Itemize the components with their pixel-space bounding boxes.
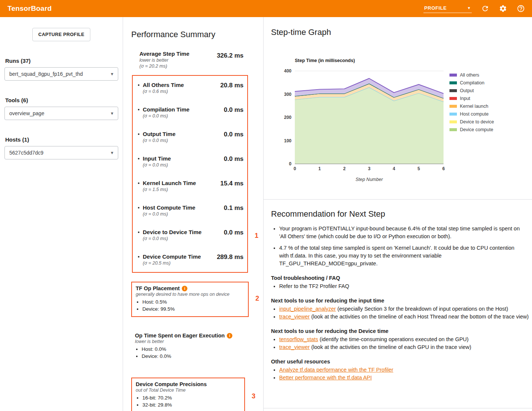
chevron-down-icon: ▼	[110, 111, 114, 116]
tools-label: Tools (6)	[5, 97, 123, 103]
rec-item: trace_viewer (look at the activities on …	[279, 343, 531, 351]
sidebar: CAPTURE PROFILE Runs (37) bert_squad_8gp…	[0, 17, 123, 411]
metric-label: Compilation Time	[143, 106, 224, 113]
eager-execution-device: Device: 0.0%	[142, 353, 245, 360]
legend-swatch	[449, 113, 457, 116]
rec-item: trace_viewer (look at the activities on …	[279, 313, 531, 321]
bullet-dot	[138, 232, 139, 233]
legend-label: All others	[460, 72, 479, 78]
metric-row: Host Compute Time (σ = 0.0 ms) 0.1 ms	[133, 198, 247, 223]
rec-section-heading: Other useful resources	[271, 358, 531, 365]
tf-op-placement-title: TF Op Placement	[136, 285, 180, 291]
rec-item-text: Refer to the TF2 Profiler FAQ	[279, 283, 349, 289]
link-trace-viewer[interactable]: trace_viewer	[279, 344, 310, 350]
annotation-number-2: 2	[255, 295, 259, 302]
rec-section-heading: Next tools to use for reducing the input…	[271, 297, 531, 304]
svg-text:3: 3	[368, 166, 371, 171]
capture-profile-button[interactable]: CAPTURE PROFILE	[32, 28, 90, 41]
legend-label: Device compute	[460, 127, 493, 132]
metric-sigma: (σ = 0.0 ms)	[143, 236, 224, 242]
chevron-down-icon: ▼	[467, 6, 471, 10]
eager-execution-host: Host: 0.0%	[142, 346, 245, 353]
info-icon[interactable]: i	[227, 333, 232, 339]
legend-swatch	[449, 81, 457, 84]
metric-sigma: (σ = 20.5 ms)	[143, 260, 217, 266]
eager-execution-title: Op Time Spent on Eager Execution	[135, 333, 225, 339]
metric-value: 0.0 ms	[224, 155, 244, 163]
runs-select-value: bert_squad_8gpu_fp16_pvt_thd	[9, 71, 83, 77]
svg-text:0: 0	[294, 166, 296, 171]
metric-label: Kernel Launch Time	[143, 180, 220, 187]
legend-swatch	[449, 89, 457, 92]
bullet-dot	[138, 133, 139, 135]
dashboard-selector[interactable]: PROFILE ▼	[423, 4, 472, 13]
annotation-box-3: Device Compute Precisions out of Total D…	[131, 378, 245, 411]
metric-value: 15.4 ms	[220, 180, 244, 187]
link-better-performance-tfdata[interactable]: Better performance with the tf.data API	[279, 375, 372, 381]
svg-text:0: 0	[289, 161, 291, 166]
metric-row: All Others Time (σ = 0.6 ms) 20.8 ms	[133, 76, 247, 100]
eager-execution-section: Op Time Spent on Eager Execution i lower…	[131, 330, 249, 363]
metric-label: Output Time	[143, 131, 224, 137]
tf-op-placement-host: Host: 0.5%	[142, 298, 244, 305]
bullet-dot	[138, 207, 139, 208]
annotation-number-3: 3	[252, 392, 255, 400]
metric-label: Device to Device Time	[143, 229, 224, 236]
link-analyze-tfdata-performance[interactable]: Analyze tf.data performance with the TF …	[279, 367, 393, 373]
metric-sigma: (σ = 20.2 ms)	[139, 63, 217, 69]
legend-item: Device to device	[449, 118, 494, 126]
recommendation-title: Recommendation for Next Step	[271, 209, 531, 219]
info-icon[interactable]: i	[182, 286, 187, 291]
refresh-icon[interactable]	[481, 4, 490, 13]
metric-label: Host Compute Time	[143, 204, 224, 211]
runs-select[interactable]: bert_squad_8gpu_fp16_pvt_thd ▼	[4, 67, 118, 81]
bullet-dot	[138, 84, 139, 86]
hosts-select[interactable]: 5627c5dd7dc9 ▼	[4, 146, 118, 159]
chevron-down-icon: ▼	[110, 72, 114, 76]
metric-sigma: (σ = 1.5 ms)	[143, 187, 220, 192]
metric-value: 0.0 ms	[224, 131, 244, 138]
rec-item: Analyze tf.data performance with the TF …	[279, 366, 531, 374]
metric-value: 0.0 ms	[224, 106, 244, 114]
rec-item: Refer to the TF2 Profiler FAQ	[279, 282, 531, 290]
legend-item: All others	[449, 71, 494, 79]
recommendation-bullet: Your program is POTENTIALLY input-bound …	[279, 225, 521, 240]
metric-label: All Others Time	[143, 82, 220, 88]
link-trace-viewer[interactable]: trace_viewer	[279, 314, 310, 320]
metric-row: Device Compute Time (σ = 20.5 ms) 289.8 …	[133, 247, 247, 272]
chevron-down-icon: ▼	[110, 151, 114, 155]
link-input-pipeline-analyzer[interactable]: input_pipeline_analyzer	[279, 306, 336, 312]
hosts-label: Hosts (1)	[5, 136, 123, 143]
rec-item: input_pipeline_analyzer (especially Sect…	[279, 305, 531, 313]
tools-select-value: overview_page	[9, 110, 44, 116]
performance-summary-title: Performance Summary	[131, 30, 263, 39]
gear-icon[interactable]	[499, 4, 507, 13]
link-tensorflow-stats[interactable]: tensorflow_stats	[279, 336, 318, 342]
legend-swatch	[449, 105, 457, 108]
metric-label: Average Step Time	[139, 51, 217, 57]
dashboard-selector-value: PROFILE	[424, 5, 447, 11]
annotation-number-1: 1	[255, 232, 258, 240]
metric-row: Output Time (σ = 0.0 ms) 0.0 ms	[133, 125, 247, 149]
legend-swatch	[449, 120, 457, 123]
annotation-box-2: TF Op Placement i generally desired to h…	[131, 282, 249, 317]
help-icon[interactable]	[516, 4, 525, 13]
metric-row: Compilation Time (σ = 0.0 ms) 0.0 ms	[133, 100, 247, 125]
app-header: TensorBoard PROFILE ▼	[0, 0, 532, 17]
runs-label: Runs (37)	[5, 58, 123, 64]
metric-row: Input Time (σ = 0.0 ms) 0.0 ms	[133, 149, 247, 174]
annotation-box-1: All Others Time (σ = 0.6 ms) 20.8 ms Com…	[132, 75, 248, 273]
svg-text:2: 2	[343, 166, 346, 171]
metric-subtitle: lower is better	[139, 57, 217, 63]
svg-text:1: 1	[318, 166, 321, 171]
legend-swatch	[449, 97, 457, 100]
device-precisions-16bit: 16-bit: 70.2%	[142, 394, 241, 401]
legend-item: Kernel launch	[449, 102, 494, 110]
tools-select[interactable]: overview_page ▼	[4, 107, 118, 120]
legend-label: Output	[460, 88, 474, 93]
chart-legend: All othersCompilationOutputInputKernel l…	[449, 42, 494, 188]
metric-sigma: (σ = 0.0 ms)	[143, 113, 224, 119]
bullet-dot	[138, 182, 139, 184]
metric-sigma: (σ = 0.0 ms)	[143, 211, 224, 217]
legend-label: Host compute	[460, 111, 489, 117]
